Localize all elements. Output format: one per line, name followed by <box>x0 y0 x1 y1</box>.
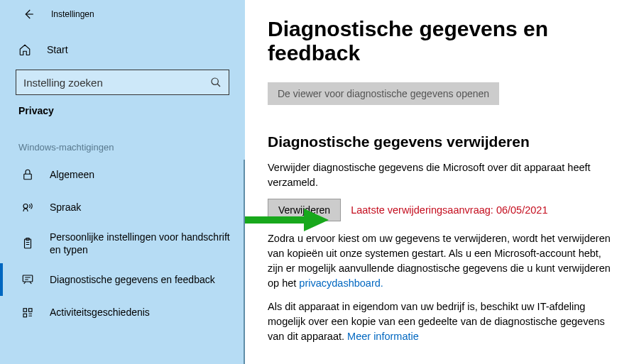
sidebar-home[interactable]: Start <box>0 34 245 65</box>
sidebar-item-activity[interactable]: Activiteitsgeschiedenis <box>0 296 245 329</box>
delete-explain-1: Zodra u ervoor kiest om uw gegevens te v… <box>268 231 611 291</box>
svg-point-2 <box>23 204 28 209</box>
search-input[interactable] <box>23 77 210 89</box>
sidebar-item-label: Spraak <box>50 201 238 214</box>
sidebar-item-label: Activiteitsgeschiedenis <box>50 306 238 319</box>
home-icon <box>18 43 33 56</box>
delete-intro-text: Verwijder diagnostische gegevens die Mic… <box>268 160 611 190</box>
page-title: Diagnostische gegevens en feedback <box>268 17 611 65</box>
main-content: Diagnostische gegevens en feedback De vi… <box>245 0 639 364</box>
delete-section-title: Diagnostische gegevens verwijderen <box>268 133 611 150</box>
sidebar-item-diagnostics[interactable]: Diagnostische gegevens en feedback <box>0 263 245 296</box>
sidebar-home-label: Start <box>47 44 68 55</box>
para2-text: Als dit apparaat in eigendom van uw bedr… <box>268 301 605 342</box>
clipboard-icon <box>21 237 36 250</box>
more-info-link[interactable]: Meer informatie <box>347 331 419 342</box>
sidebar-section-header: Windows-machtigingen <box>0 123 245 158</box>
lock-icon <box>21 168 36 181</box>
current-category: Privacy <box>0 95 245 123</box>
settings-sidebar: Instellingen Start Privacy Windows-macht… <box>0 0 245 364</box>
sidebar-item-label: Algemeen <box>50 168 238 181</box>
sidebar-item-speech[interactable]: Spraak <box>0 191 245 224</box>
speech-icon <box>21 201 36 214</box>
sidebar-item-general[interactable]: Algemeen <box>0 158 245 191</box>
open-viewer-button[interactable]: De viewer voor diagnostische gegevens op… <box>268 82 499 105</box>
last-delete-request: Laatste verwijderingsaanvraag: 06/05/202… <box>351 204 547 216</box>
search-box[interactable] <box>16 70 229 95</box>
privacy-dashboard-link[interactable]: privacydashboard. <box>299 277 383 289</box>
back-button[interactable] <box>18 4 38 24</box>
sidebar-item-label: Persoonlijke instellingen voor handschri… <box>50 231 238 256</box>
delete-explain-2: Als dit apparaat in eigendom van uw bedr… <box>268 299 611 344</box>
sidebar-item-inking[interactable]: Persoonlijke instellingen voor handschri… <box>0 224 245 263</box>
svg-rect-5 <box>23 275 33 282</box>
svg-rect-8 <box>23 314 27 318</box>
sidebar-item-label: Diagnostische gegevens en feedback <box>50 273 238 286</box>
activity-icon <box>21 306 36 319</box>
delete-button[interactable]: Verwijderen <box>268 199 341 221</box>
svg-rect-1 <box>24 174 32 180</box>
svg-point-0 <box>212 78 218 84</box>
app-title: Instellingen <box>51 9 94 19</box>
svg-rect-6 <box>23 309 27 312</box>
svg-rect-7 <box>29 309 33 312</box>
arrow-left-icon <box>22 8 35 21</box>
feedback-icon <box>21 273 36 286</box>
search-icon <box>210 77 222 88</box>
